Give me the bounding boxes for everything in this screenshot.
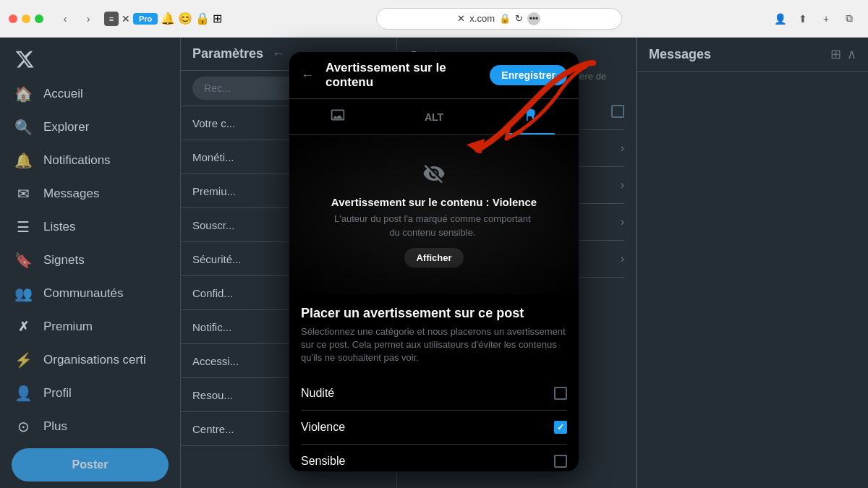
lock-tab-icon: 🔒 [195, 12, 210, 25]
modal-title: Avertissement sur le contenu [326, 61, 478, 90]
checkbox-row-violence: Violence [301, 411, 567, 445]
preview-warning-title: Avertissement sur le contenu : Violence [331, 196, 537, 208]
x-favicon-icon: ✕ [122, 13, 130, 25]
add-tab-icon[interactable]: + [816, 9, 836, 29]
preview-warning-text: L'auteur du post l'a marqué comme compor… [331, 213, 534, 239]
flag-tab-icon [523, 108, 537, 126]
sidebar-toggle-icon[interactable]: ≡ [104, 12, 119, 26]
modal-section-desc: Sélectionnez une catégorie et nous place… [301, 325, 567, 365]
checkbox-row-nudite: Nudité [301, 377, 567, 411]
preview-content: Avertissement sur le contenu : Violence … [331, 162, 537, 267]
sensible-checkbox[interactable] [554, 455, 567, 468]
more-icon[interactable]: ••• [527, 12, 540, 25]
forward-button[interactable]: › [78, 9, 98, 29]
site-lock-icon: ✕ [457, 13, 465, 24]
browser-tools: 👤 ⬆ + ⧉ [770, 9, 859, 29]
tab-bar: ≡ ✕ Pro 🔔 😊 🔒 ⊞ [104, 12, 222, 26]
tab-flag[interactable] [482, 99, 579, 134]
back-button[interactable]: ‹ [55, 9, 75, 29]
checkbox-label-sensible: Sensible [301, 455, 345, 468]
eye-slash-icon [331, 162, 537, 190]
checkbox-label-violence: Violence [301, 421, 345, 434]
checkbox-row-sensible: Sensible [301, 445, 567, 471]
browser-chrome: ‹ › ≡ ✕ Pro 🔔 😊 🔒 ⊞ ✕ x.com 🔒 ↻ ••• 👤 ⬆ … [0, 0, 868, 38]
reload-icon[interactable]: ↻ [515, 13, 523, 24]
maximize-button[interactable] [35, 14, 43, 23]
violence-checkbox[interactable] [554, 421, 567, 434]
secure-lock-icon: 🔒 [499, 13, 511, 24]
smiley-tab-icon: 😊 [178, 12, 192, 25]
pro-badge: Pro [133, 13, 158, 25]
image-tab-icon [331, 108, 345, 126]
alt-tab-label: ALT [425, 111, 443, 123]
browser-nav: ‹ › [55, 9, 98, 29]
tab-alt[interactable]: ALT [386, 99, 482, 134]
profile-icon[interactable]: 👤 [770, 9, 790, 29]
bell-tab-icon: 🔔 [161, 12, 175, 25]
modal-body: Placer un avertissement sur ce post Séle… [289, 294, 579, 471]
modal-tabs: ALT [289, 99, 579, 135]
modal-back-button[interactable]: ← [301, 68, 314, 83]
modal-section-title: Placer un avertissement sur ce post [301, 306, 567, 321]
checkbox-label-nudite: Nudité [301, 387, 334, 400]
modal-preview: Avertissement sur le contenu : Violence … [289, 135, 579, 294]
modal-save-button[interactable]: Enregistrer [490, 65, 567, 85]
modal-header: ← Avertissement sur le contenu Enregistr… [289, 52, 579, 99]
traffic-lights [9, 14, 43, 23]
preview-show-button[interactable]: Afficher [404, 248, 463, 267]
modal: ← Avertissement sur le contenu Enregistr… [289, 52, 579, 471]
close-button[interactable] [9, 14, 17, 23]
tab-grid-icon[interactable]: ⧉ [839, 9, 859, 29]
nudite-checkbox[interactable] [554, 387, 567, 400]
minimize-button[interactable] [22, 14, 30, 23]
tab-image[interactable] [289, 99, 386, 134]
grid-tab-icon: ⊞ [213, 12, 222, 25]
address-bar[interactable]: ✕ x.com 🔒 ↻ ••• [376, 8, 622, 30]
modal-overlay[interactable]: ← Avertissement sur le contenu Enregistr… [0, 38, 868, 488]
url-text: x.com [469, 13, 495, 24]
share-icon[interactable]: ⬆ [793, 9, 813, 29]
address-bar-container: ✕ x.com 🔒 ↻ ••• [234, 8, 764, 30]
